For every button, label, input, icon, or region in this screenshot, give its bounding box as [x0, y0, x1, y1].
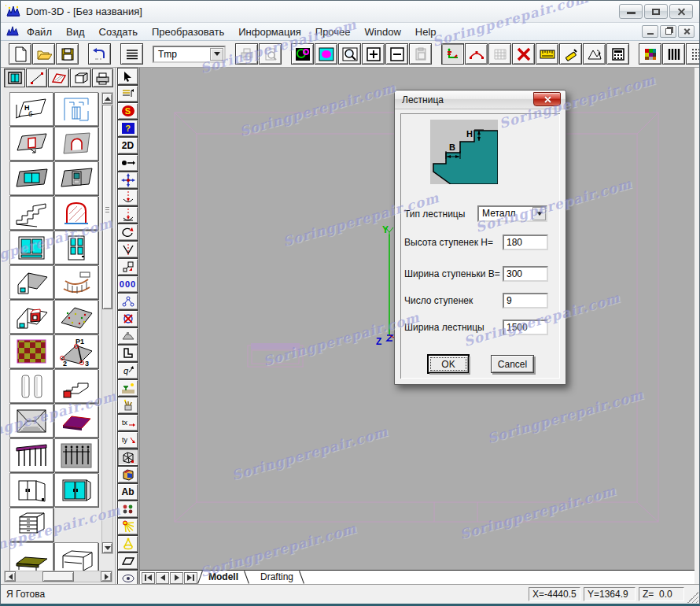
tile-gable-roof-house[interactable]: [9, 265, 53, 299]
move-y-button[interactable]: ty: [117, 431, 138, 449]
mode-2d-button[interactable]: 2D: [117, 137, 138, 154]
palette-tab-roofs[interactable]: [48, 68, 69, 87]
maximize-button[interactable]: [644, 4, 668, 19]
save-button[interactable]: [56, 43, 79, 65]
plane-shape-button[interactable]: [117, 552, 138, 570]
palette-button[interactable]: [639, 43, 661, 65]
layer-select[interactable]: Tmp: [153, 46, 226, 63]
rotate-button[interactable]: [117, 224, 138, 241]
tile-checker-tiles[interactable]: [9, 334, 53, 368]
step-count-input[interactable]: [503, 293, 548, 309]
tab-drafting[interactable]: Drafting: [249, 571, 304, 584]
query-button[interactable]: ?: [117, 120, 138, 137]
tile-wall-window[interactable]: [9, 161, 53, 195]
draw-order-button[interactable]: [117, 85, 138, 102]
layer-select-arrow[interactable]: [210, 48, 223, 61]
grid-button[interactable]: [488, 43, 511, 65]
menu-information[interactable]: Информация: [231, 24, 308, 39]
calculator-button[interactable]: [606, 43, 629, 65]
textures-button[interactable]: [117, 397, 138, 414]
camera-view-button[interactable]: [117, 570, 138, 584]
tile-flat-roof[interactable]: [54, 404, 98, 438]
dialog-close-button[interactable]: [533, 92, 561, 106]
mdi-restore-button[interactable]: [660, 25, 676, 38]
render-wire-button[interactable]: [291, 43, 314, 65]
terrain-button[interactable]: [583, 43, 606, 65]
menu-view[interactable]: Вид: [59, 24, 92, 39]
point-move-button[interactable]: [117, 154, 138, 172]
zoom-in-button[interactable]: [362, 43, 385, 65]
materials-balls-button[interactable]: [117, 501, 138, 518]
scroll-right-button[interactable]: [101, 571, 112, 582]
tab-modell[interactable]: Modell: [197, 571, 249, 584]
tile-roof-points[interactable]: P123: [54, 334, 98, 368]
scroll-up-button[interactable]: [102, 93, 112, 104]
tile-floorplan-stairs[interactable]: [54, 92, 98, 126]
move-x-button[interactable]: tx: [117, 414, 138, 431]
axes-button[interactable]: [441, 43, 464, 65]
stair-type-select[interactable]: Металл: [477, 205, 547, 222]
palette-hscrollbar[interactable]: [4, 571, 112, 582]
menu-transform[interactable]: Преобразовать: [145, 24, 231, 39]
tile-cabinet-open[interactable]: [9, 473, 53, 507]
view-3d-button[interactable]: [117, 449, 138, 466]
scale-button[interactable]: [117, 258, 138, 275]
prev-sheet-button[interactable]: [156, 572, 169, 584]
undo-button[interactable]: [88, 43, 111, 65]
palette-tab-lines[interactable]: [26, 68, 47, 87]
tile-columns[interactable]: [9, 369, 53, 403]
zoom-window-button[interactable]: [338, 43, 361, 65]
mdi-close-button[interactable]: [678, 25, 694, 38]
move-object-button[interactable]: [117, 172, 138, 189]
print-button[interactable]: [235, 43, 258, 65]
materials-alt-button[interactable]: [686, 43, 700, 65]
scroll-left-button[interactable]: [5, 571, 16, 582]
tile-arch-window[interactable]: [54, 196, 98, 230]
tile-wall-door[interactable]: [54, 161, 98, 195]
paste-button[interactable]: [409, 43, 432, 65]
scroll-thumb[interactable]: [102, 105, 112, 309]
drop-to-surface-button[interactable]: [117, 189, 138, 206]
menu-help[interactable]: Help: [408, 24, 444, 39]
snap-button[interactable]: S: [117, 102, 138, 120]
tile-wall-door-opening[interactable]: [9, 127, 53, 161]
tile-cornice[interactable]: [54, 369, 98, 403]
ok-button[interactable]: OK: [428, 355, 469, 373]
stair-type-arrow[interactable]: [532, 207, 546, 220]
menu-file[interactable]: Файл: [20, 24, 59, 39]
tile-window-frame[interactable]: [9, 231, 53, 264]
last-sheet-button[interactable]: [184, 572, 197, 584]
tile-hip-roof-plan[interactable]: [9, 404, 53, 438]
landscape-button[interactable]: [117, 379, 138, 397]
materials-button[interactable]: [662, 43, 685, 65]
select-cursor-button[interactable]: [117, 68, 138, 85]
zoom-out-button[interactable]: [385, 43, 408, 65]
spot-light-button[interactable]: [117, 535, 138, 552]
text-button[interactable]: Ab: [117, 483, 138, 501]
menu-misc[interactable]: Прочее: [308, 24, 358, 39]
mirror-button[interactable]: [117, 241, 138, 258]
group-button[interactable]: [117, 293, 138, 310]
step-height-input[interactable]: [503, 235, 548, 250]
tile-wall-arch[interactable]: [54, 127, 98, 161]
spline-button[interactable]: [465, 43, 488, 65]
hscroll-thumb[interactable]: [42, 571, 74, 582]
print-preview-button[interactable]: [259, 43, 282, 65]
tile-fence[interactable]: [54, 438, 98, 472]
menu-create[interactable]: Создать: [92, 24, 145, 39]
menu-window[interactable]: Window: [358, 24, 408, 39]
tile-stairs-3d[interactable]: [9, 196, 53, 230]
step-width-input[interactable]: [503, 266, 548, 282]
tile-dotted-roof[interactable]: [54, 300, 98, 334]
render-solid-button[interactable]: [315, 43, 337, 65]
open-file-button[interactable]: [32, 43, 55, 65]
tile-cabinet-cyan[interactable]: [54, 473, 98, 507]
tile-wall-panel[interactable]: Hб: [9, 92, 53, 126]
drop-to-floor-button[interactable]: [117, 206, 138, 224]
delete-object-button[interactable]: [512, 43, 535, 65]
edit-point-button[interactable]: q: [117, 362, 138, 379]
mdi-minimize-button[interactable]: [642, 25, 658, 38]
next-sheet-button[interactable]: [170, 572, 183, 584]
close-button[interactable]: [669, 4, 693, 19]
light-source-button[interactable]: [117, 518, 138, 535]
